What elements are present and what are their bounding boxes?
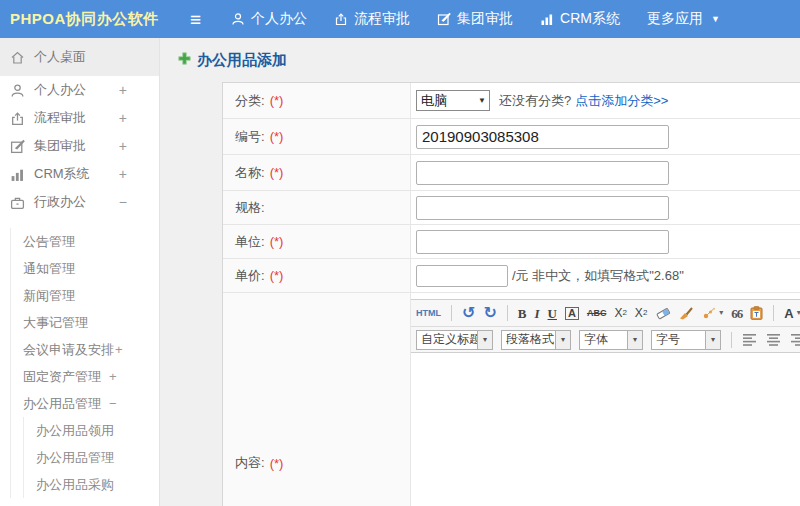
spec-input[interactable] [416, 196, 669, 220]
expand-plus-icon[interactable]: + [119, 166, 127, 182]
sidebar-item-notice-mgmt[interactable]: 通知管理 [11, 255, 159, 282]
form-row-category: 分类: (*) 电脑 ▼ 还没有分类? 点击添加分类>> [223, 83, 800, 119]
sidebar-item-label: 固定资产管理 [23, 368, 101, 386]
nav-label: 更多应用 [647, 10, 703, 28]
html-source-button[interactable]: HTML [416, 309, 441, 318]
undo-button[interactable]: ↺ [462, 305, 475, 321]
collapse-minus-icon[interactable]: − [109, 396, 117, 411]
sidebar-item-desktop[interactable]: 个人桌面 [0, 38, 159, 76]
supplies-add-form: 分类: (*) 电脑 ▼ 还没有分类? 点击添加分类>> 编号: (*) [222, 82, 800, 506]
field-label: 名称: [235, 164, 265, 182]
redo-button[interactable]: ↻ [483, 305, 496, 321]
caret-down-icon: ▾ [719, 309, 723, 317]
required-mark: (*) [270, 129, 284, 144]
select-value: 字体 [580, 331, 627, 348]
form-row-spec: 规格: [223, 191, 800, 225]
field-label: 分类: [235, 92, 265, 110]
field-label: 编号: [235, 128, 265, 146]
sidebar-item-group-approval[interactable]: 集团审批 + [0, 132, 159, 160]
sidebar-item-admin-office[interactable]: 行政办公 − [0, 188, 159, 216]
expand-plus-icon[interactable]: + [119, 138, 127, 154]
hamburger-menu-icon[interactable]: ≡ [190, 10, 201, 29]
align-left-button[interactable] [742, 333, 758, 346]
align-center-button[interactable] [766, 333, 782, 346]
editor-toolbar-row1: HTML ↺ ↻ B I U A ABC X2 X2 [411, 300, 800, 327]
font-family-select[interactable]: 字体▾ [579, 330, 643, 350]
sidebar-item-announcement-mgmt[interactable]: 公告管理 [11, 228, 159, 255]
expand-plus-icon[interactable]: + [119, 110, 127, 126]
sidebar-item-workflow-approval[interactable]: 流程审批 + [0, 104, 159, 132]
nav-more-apps[interactable]: 更多应用 ▼ [647, 10, 720, 28]
app-logo: PHPOA协同办公软件 [0, 10, 190, 29]
sidebar-item-label: 办公用品采购 [36, 476, 114, 494]
underline-button[interactable]: U [548, 307, 557, 320]
remove-format-button[interactable]: A [565, 307, 579, 320]
page-title-row: 办公用品添加 [178, 50, 800, 70]
sidebar-item-label: 会议申请及安排 [23, 341, 114, 359]
briefcase-icon [10, 195, 26, 210]
bar-chart-icon [540, 12, 554, 26]
paragraph-format-select[interactable]: 段落格式▾ [501, 330, 571, 350]
subscript-button[interactable]: X2 [635, 307, 647, 319]
blockquote-button[interactable]: 66 [731, 307, 742, 320]
nav-label: 集团审批 [457, 10, 513, 28]
sidebar-item-news-mgmt[interactable]: 新闻管理 [11, 282, 159, 309]
sidebar-item-events-mgmt[interactable]: 大事记管理 [11, 309, 159, 336]
name-input[interactable] [416, 161, 669, 185]
sidebar-item-personal-office[interactable]: 个人办公 + [0, 76, 159, 104]
nav-workflow-approval[interactable]: 流程审批 [334, 10, 410, 28]
unit-input[interactable] [416, 230, 669, 254]
italic-button[interactable]: I [534, 307, 539, 320]
collapse-minus-icon[interactable]: − [119, 194, 127, 210]
font-color-button[interactable]: A▾ [784, 307, 800, 320]
sidebar-item-crm-system[interactable]: CRM系统 + [0, 160, 159, 188]
font-size-select[interactable]: 字号▾ [651, 330, 721, 350]
eraser-icon[interactable] [655, 306, 671, 320]
auto-typeset-button[interactable]: ▾ [702, 307, 723, 320]
strikethrough-button[interactable]: ABC [587, 309, 607, 318]
nav-group-approval[interactable]: 集团审批 [437, 10, 513, 28]
caret-down-icon: ▾ [477, 331, 492, 349]
superscript-button[interactable]: X2 [614, 307, 626, 319]
sidebar-item-supplies-claim[interactable]: 办公用品领用 [24, 417, 159, 444]
category-select[interactable]: 电脑 ▼ [416, 90, 490, 111]
price-input[interactable] [416, 265, 508, 287]
bold-button[interactable]: B [518, 307, 527, 320]
caret-down-icon: ▾ [555, 331, 570, 349]
align-right-button[interactable] [790, 333, 800, 346]
expand-plus-icon[interactable]: + [119, 82, 127, 98]
sidebar-item-label: 个人办公 [34, 81, 86, 99]
top-header: PHPOA协同办公软件 ≡ 个人办公 流程审批 集团审批 CRM系统 更多应用 … [0, 0, 800, 38]
sidebar-item-fixed-assets-mgmt[interactable]: 固定资产管理+ [11, 363, 159, 390]
sidebar-item-supplies-purchase[interactable]: 办公用品采购 [24, 471, 159, 498]
superscript-base: X [614, 307, 622, 319]
office-supplies-submenu: 办公用品领用 办公用品管理 办公用品采购 [23, 417, 159, 498]
sidebar-item-office-supplies-mgmt[interactable]: 办公用品管理− [11, 390, 159, 417]
sidebar-item-label: CRM系统 [34, 165, 90, 183]
sidebar-item-supplies-manage[interactable]: 办公用品管理 [24, 444, 159, 471]
code-value-cell [411, 119, 800, 154]
sidebar-item-label: 通知管理 [23, 260, 75, 278]
sidebar-item-meeting-request[interactable]: 会议申请及安排+ [11, 336, 159, 363]
sidebar-item-label: 个人桌面 [34, 48, 86, 66]
code-input[interactable] [416, 125, 669, 149]
nav-crm-system[interactable]: CRM系统 [540, 10, 620, 28]
caret-down-icon: ▾ [705, 331, 720, 349]
required-mark: (*) [270, 268, 284, 283]
editor-content-area[interactable] [411, 353, 800, 506]
nav-label: CRM系统 [560, 10, 620, 28]
spec-label-cell: 规格: [223, 191, 411, 224]
expand-plus-icon[interactable]: + [115, 342, 123, 357]
format-brush-icon[interactable] [679, 306, 694, 320]
custom-title-select[interactable]: 自定义标题▾ [416, 330, 493, 350]
paste-plain-text-button[interactable] [750, 306, 763, 320]
sidebar-item-label: 集团审批 [34, 137, 86, 155]
spec-value-cell [411, 191, 800, 224]
caret-down-icon: ▼ [478, 96, 489, 105]
add-category-link[interactable]: 点击添加分类>> [575, 92, 668, 110]
unit-value-cell [411, 225, 800, 258]
page-title: 办公用品添加 [197, 51, 287, 70]
toolbar-separator [773, 305, 774, 321]
expand-plus-icon[interactable]: + [109, 369, 117, 384]
nav-personal-office[interactable]: 个人办公 [231, 10, 307, 28]
